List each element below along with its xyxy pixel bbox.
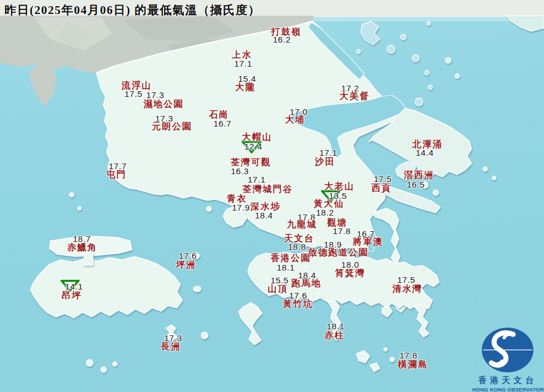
station-name-label: 濕地公園 [143, 99, 184, 110]
small-island [445, 58, 451, 63]
hong-kong-map [0, 0, 544, 392]
station-name-label: 深水埗 [250, 201, 281, 213]
station-name-label: 跑馬地 [291, 278, 322, 290]
station-temperature: 12.4 [244, 142, 262, 152]
station-name-label: 昂坪 [62, 290, 82, 302]
crooked-island [387, 45, 395, 53]
station-name-label: 啟德跑道公園 [308, 247, 369, 259]
station-name-label: 大老山 [324, 181, 355, 193]
station-name-label: 黃大仙 [314, 198, 344, 210]
soko-island [86, 360, 93, 366]
station-name-label: 荃灣可觀 [231, 157, 271, 169]
tung-lung-island [382, 306, 392, 317]
sha-chau-island [78, 207, 81, 210]
lantau-island [30, 256, 183, 318]
small-island [401, 34, 406, 40]
station-name-label: 天文台 [284, 233, 314, 245]
lung-kwu-chau-island [69, 193, 74, 197]
station-name-label: 九龍城 [287, 219, 317, 231]
small-island [425, 71, 429, 75]
station-name-label: 香港公園 [271, 253, 311, 264]
small-island [427, 22, 430, 25]
station-name-label: 坪洲 [176, 259, 196, 271]
hko-logo-icon [480, 326, 536, 374]
station-name-label: 橫瀾島 [398, 359, 428, 371]
small-island [433, 190, 439, 195]
station-name-label: 長洲 [161, 341, 181, 353]
station-name-label: 將軍澳 [353, 236, 383, 248]
po-toi-island [356, 351, 370, 363]
page-title: 昨日(2025年04月06日) 的最低氣溫（攝氏度） [4, 2, 261, 18]
kat-o-island [361, 21, 380, 45]
station-name-label: 屯門 [106, 169, 127, 181]
shek-kwu-chau-island [201, 332, 208, 339]
soko-island [101, 367, 106, 372]
station-name-label: 大埔 [285, 114, 305, 126]
lamma-island [239, 302, 262, 345]
port-island [428, 85, 433, 90]
station-name-label: 滘西洲 [404, 170, 434, 181]
station-name-label: 筲箕灣 [335, 268, 365, 279]
hei-ling-chau-island [193, 286, 201, 292]
station-name-label: 清水灣 [392, 283, 422, 295]
station-name-label: 沙田 [315, 156, 335, 168]
station-name-label: 赤柱 [324, 330, 345, 342]
weather-map-page: 昨日(2025年04月06日) 的最低氣溫（攝氏度） 16.2打鼓嶺17.1上水… [0, 0, 544, 392]
station-name-label: 大隴 [235, 82, 255, 94]
station-name-label: 青衣 [227, 193, 247, 205]
station-name-label: 上水 [232, 49, 252, 61]
po-toi-island [370, 363, 380, 372]
waglan-island [390, 357, 394, 362]
soko-island [113, 362, 117, 366]
station-name-label: 觀塘 [327, 217, 347, 229]
station-name-label: 山頂 [268, 283, 288, 295]
hko-logo-english: HONG KONG OBSERVATORY [472, 386, 543, 392]
station-name-label: 石崗 [209, 109, 229, 121]
shek-o-peninsula [415, 305, 429, 337]
lantau-link [84, 253, 93, 265]
ninepin-island [492, 176, 496, 180]
ap-chau-island [357, 50, 361, 54]
station-name-label: 打鼓嶺 [271, 26, 301, 38]
station-name-label: 赤鱲角 [67, 242, 97, 254]
hko-logo-chinese: 香港天文台 [472, 375, 543, 386]
ninepin-island [483, 167, 487, 171]
station-name-label: 北潭涌 [412, 139, 443, 151]
tap-mun-island [415, 98, 423, 106]
station-name-label: 大帽山 [242, 132, 272, 143]
station-name-label: 西貢 [371, 183, 392, 194]
dapeng-coast [507, 16, 544, 31]
ma-wan-island [207, 207, 212, 212]
station-temperature: 16.5 [407, 180, 425, 190]
station-temperature: 18.1 [277, 263, 295, 273]
hko-logo: 香港天文台 HONG KONG OBSERVATORY [472, 326, 543, 392]
small-island [412, 55, 419, 62]
small-island [455, 74, 459, 78]
small-island [384, 348, 387, 351]
station-name-label: 元朗公園 [152, 121, 192, 133]
station-name-label: 黃竹坑 [283, 298, 313, 310]
station-name-label: 荃灣城門谷 [243, 184, 293, 195]
station-name-label: 大美督 [340, 91, 370, 102]
